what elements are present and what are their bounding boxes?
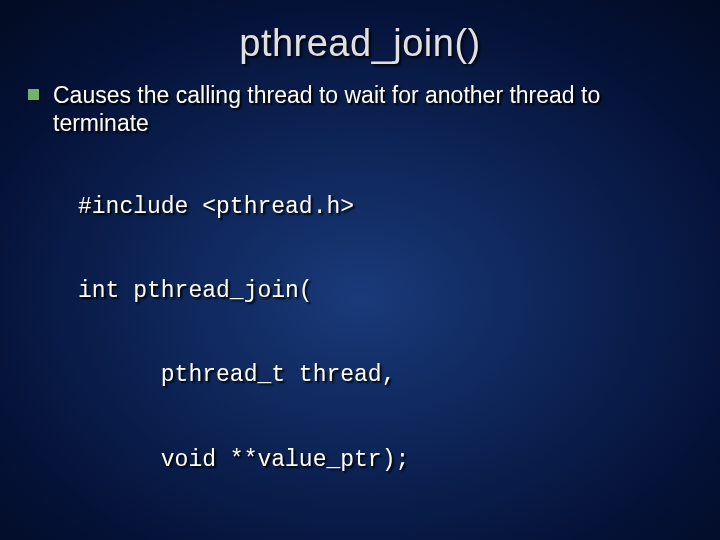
code-line: #include <pthread.h> [78, 193, 692, 221]
square-bullet-icon [28, 89, 39, 100]
code-line: pthread_t thread, [78, 361, 692, 389]
main-bullet-row: Causes the calling thread to wait for an… [28, 81, 692, 530]
main-bullet-text: Causes the calling thread to wait for an… [53, 81, 692, 137]
code-line: void **value_ptr); [78, 446, 692, 474]
code-line: int pthread_join( [78, 277, 692, 305]
main-bullet-block: Causes the calling thread to wait for an… [53, 81, 692, 530]
code-block: #include <pthread.h> int pthread_join( p… [78, 137, 692, 530]
slide-body: Causes the calling thread to wait for an… [0, 81, 720, 540]
slide: pthread_join() Causes the calling thread… [0, 0, 720, 540]
slide-title: pthread_join() [0, 0, 720, 81]
